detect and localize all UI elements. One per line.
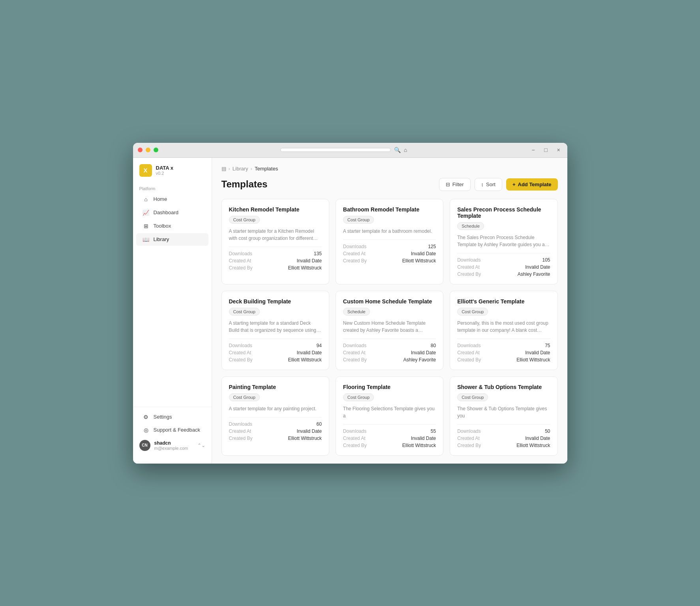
sidebar-item-support[interactable]: ◎ Support & Feedback — [136, 424, 208, 436]
downloads-value: 94 — [316, 343, 321, 348]
template-card[interactable]: Shower & Tub Options Template Cost Group… — [450, 376, 557, 456]
created-by-row: Created By Ashley Favorite — [343, 357, 436, 363]
minimize-window-button[interactable] — [146, 148, 150, 152]
breadcrumb-current: Templates — [255, 166, 278, 172]
template-meta: Downloads 80 Created At Invalid Date Cre… — [343, 339, 436, 363]
downloads-row: Downloads 60 — [229, 421, 322, 427]
downloads-label: Downloads — [457, 257, 480, 263]
created-by-label: Created By — [457, 357, 481, 363]
home-nav-icon: ⌂ — [143, 196, 150, 202]
created-by-value: Elliott Wittstruck — [516, 357, 550, 363]
created-at-value: Invalid Date — [297, 428, 321, 434]
template-name: Sales Precon Process Schedule Template — [457, 206, 550, 219]
created-at-value: Invalid Date — [411, 350, 436, 355]
home-label: Home — [154, 196, 167, 202]
sort-button[interactable]: ↕ Sort — [475, 178, 502, 191]
sidebar-item-toolbox[interactable]: ⊞ Toolbox — [136, 220, 208, 232]
url-bar[interactable] — [280, 148, 391, 152]
downloads-row: Downloads 55 — [343, 428, 436, 434]
maximize-button[interactable]: □ — [542, 147, 550, 153]
created-at-label: Created At — [457, 264, 480, 270]
template-card[interactable]: Kitchen Remodel Template Cost Group A st… — [221, 199, 329, 284]
downloads-row: Downloads 50 — [457, 428, 550, 434]
template-description: A starter template for a bathroom remode… — [343, 228, 436, 235]
sidebar-item-settings[interactable]: ⚙ Settings — [136, 411, 208, 423]
template-card[interactable]: Bathroom Remodel Template Cost Group A s… — [336, 199, 443, 284]
created-at-row: Created At Invalid Date — [229, 350, 322, 355]
created-by-label: Created By — [229, 265, 253, 271]
template-badge: Cost Group — [457, 393, 488, 401]
search-icon[interactable]: 🔍 — [394, 147, 401, 153]
created-at-label: Created At — [229, 428, 251, 434]
sidebar: X DATA x v0.2 Platform ⌂ Home 📈 Dashboar… — [133, 158, 212, 464]
created-at-label: Created At — [229, 258, 251, 264]
dashboard-label: Dashboard — [154, 209, 179, 215]
downloads-label: Downloads — [457, 343, 480, 348]
breadcrumb-library[interactable]: Library — [233, 166, 248, 172]
template-card[interactable]: Painting Template Cost Group A starter t… — [221, 376, 329, 456]
created-at-label: Created At — [343, 436, 366, 441]
created-by-label: Created By — [343, 258, 367, 264]
downloads-row: Downloads 135 — [229, 251, 322, 256]
add-template-button[interactable]: + Add Template — [506, 178, 558, 191]
window-controls — [138, 148, 158, 152]
support-label: Support & Feedback — [154, 427, 201, 433]
user-info: shadcn m@example.com — [154, 440, 188, 451]
created-by-label: Created By — [457, 443, 481, 448]
created-at-label: Created At — [457, 436, 480, 441]
maximize-window-button[interactable] — [154, 148, 158, 152]
template-card[interactable]: Flooring Template Cost Group The Floorin… — [336, 376, 443, 456]
library-icon: 📖 — [143, 236, 150, 243]
brand-name: DATA x — [156, 165, 174, 171]
template-card[interactable]: Elliott's Generic Template Cost Group Pe… — [450, 291, 557, 370]
template-badge: Cost Group — [229, 393, 260, 401]
template-description: The Shower & Tub Options Template gives … — [457, 405, 550, 419]
template-meta: Downloads 105 Created At Invalid Date Cr… — [457, 253, 550, 277]
created-at-value: Invalid Date — [525, 436, 550, 441]
created-by-value: Ashley Favorite — [403, 357, 436, 363]
template-name: Flooring Template — [343, 384, 436, 390]
created-at-row: Created At Invalid Date — [457, 350, 550, 355]
downloads-label: Downloads — [229, 251, 252, 256]
template-name: Painting Template — [229, 384, 322, 390]
template-meta: Downloads 75 Created At Invalid Date Cre… — [457, 339, 550, 363]
template-card[interactable]: Sales Precon Process Schedule Template S… — [450, 199, 557, 284]
downloads-value: 60 — [316, 421, 321, 427]
templates-grid: Kitchen Remodel Template Cost Group A st… — [221, 199, 558, 456]
downloads-label: Downloads — [457, 428, 480, 434]
sidebar-item-dashboard[interactable]: 📈 Dashboard — [136, 206, 208, 219]
template-meta: Downloads 55 Created At Invalid Date Cre… — [343, 424, 436, 448]
template-card[interactable]: Custom Home Schedule Template Schedule N… — [336, 291, 443, 370]
app-body: X DATA x v0.2 Platform ⌂ Home 📈 Dashboar… — [133, 158, 567, 464]
home-icon[interactable]: ⌂ — [404, 147, 407, 153]
template-name: Custom Home Schedule Template — [343, 298, 436, 305]
minimize-button[interactable]: − — [529, 147, 537, 153]
template-name: Shower & Tub Options Template — [457, 384, 550, 390]
sidebar-item-library[interactable]: 📖 Library — [136, 233, 208, 246]
filter-button[interactable]: ⊟ Filter — [439, 178, 471, 191]
created-at-row: Created At Invalid Date — [343, 251, 436, 256]
template-badge: Schedule — [343, 308, 370, 316]
dashboard-icon: 📈 — [143, 209, 150, 216]
brand-logo: X — [139, 164, 152, 177]
created-by-value: Elliott Wittstruck — [288, 265, 321, 271]
created-by-label: Created By — [457, 271, 481, 277]
close-window-button[interactable] — [138, 148, 143, 152]
template-card[interactable]: Deck Building Template Cost Group A star… — [221, 291, 329, 370]
user-row[interactable]: CN shadcn m@example.com ⌃⌄ — [133, 437, 212, 454]
sidebar-item-home[interactable]: ⌂ Home — [136, 193, 208, 206]
downloads-value: 105 — [542, 257, 550, 263]
main-content: ▤ › Library › Templates Templates ⊟ Filt… — [212, 158, 567, 464]
close-button[interactable]: × — [555, 147, 563, 153]
page-header: Templates ⊟ Filter ↕ Sort + Add Template — [221, 178, 558, 191]
titlebar-center: 🔍 ⌂ — [158, 147, 529, 153]
template-description: New Custom Home Schedule Template create… — [343, 320, 436, 334]
filter-icon: ⊟ — [446, 181, 450, 187]
created-by-label: Created By — [343, 357, 367, 363]
sidebar-toggle-icon[interactable]: ▤ — [221, 166, 226, 172]
downloads-value: 75 — [545, 343, 550, 348]
created-at-row: Created At Invalid Date — [457, 436, 550, 441]
template-meta: Downloads 135 Created At Invalid Date Cr… — [229, 247, 322, 271]
downloads-value: 135 — [314, 251, 322, 256]
created-at-label: Created At — [343, 350, 366, 355]
